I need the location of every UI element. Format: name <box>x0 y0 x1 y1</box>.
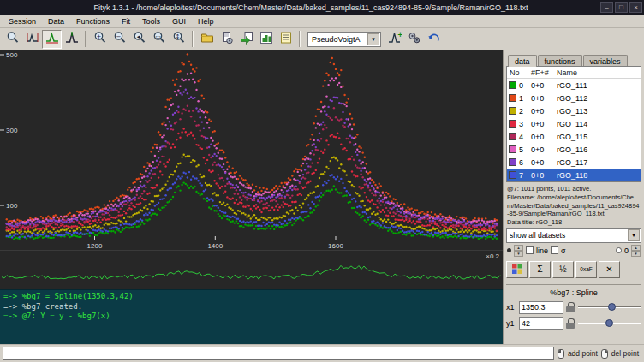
table-row[interactable]: 10+0rGO_112 <box>507 92 641 104</box>
session-log-button[interactable] <box>276 30 295 49</box>
y1-slider[interactable] <box>577 317 641 329</box>
x1-input[interactable] <box>519 301 564 314</box>
function-type-dropdown[interactable]: PseudoVoigtA▾ <box>307 32 381 47</box>
table-row[interactable]: 00+0rGO_111 <box>507 79 641 92</box>
zoom-out-button[interactable]: − <box>110 30 129 49</box>
zoom-in-icon: + <box>93 31 107 47</box>
dataset-colors-button[interactable] <box>506 261 528 278</box>
dataset-color-swatch[interactable] <box>509 120 516 128</box>
mode-add-peak-button[interactable] <box>62 30 81 49</box>
dataset-table: No#F+#Name 00+0rGO_11110+0rGO_11220+0rGO… <box>506 66 641 182</box>
normalize-button[interactable]: ½ <box>552 261 574 278</box>
svg-text:+: + <box>397 31 402 39</box>
dataset-color-swatch[interactable] <box>509 158 516 166</box>
gears-icon <box>408 31 421 47</box>
mode-data-range-button[interactable] <box>22 30 42 49</box>
sigma-checkbox[interactable] <box>551 246 558 254</box>
aux-plot[interactable]: ×0.2 <box>0 250 503 289</box>
draw-style-row: ▴▾ line σ 0 ▴▾ <box>506 243 641 258</box>
title-bar[interactable]: Fityk 1.3.1 - /home/aleplo/test/Document… <box>0 0 644 15</box>
svg-text:−: − <box>116 33 121 40</box>
console-line: =-> %bg7 created. <box>3 302 499 312</box>
minimize-button[interactable]: – <box>600 2 613 13</box>
dataset-number: 2 <box>519 107 531 116</box>
maximize-button[interactable]: □ <box>615 2 628 13</box>
chevron-down-icon[interactable]: ▾ <box>628 229 640 241</box>
x1-slider[interactable] <box>577 301 641 313</box>
window-title: Fityk 1.3.1 - /home/aleplo/test/Document… <box>26 3 596 12</box>
mode-zoom-button[interactable] <box>3 30 22 49</box>
dataset-number: 7 <box>519 171 531 180</box>
undo-fit-button[interactable] <box>424 30 444 49</box>
column-header: Name <box>557 68 641 77</box>
mode-baseline-button[interactable] <box>42 30 62 49</box>
dataset-number: 0 <box>519 81 531 90</box>
add-function-button[interactable]: + <box>385 30 404 49</box>
menu-help[interactable]: Help <box>192 16 220 27</box>
table-row[interactable]: 30+0rGO_114 <box>507 117 641 130</box>
menu-gui[interactable]: GUI <box>166 16 192 27</box>
lock-icon[interactable] <box>566 318 575 329</box>
output-console[interactable]: =-> %bg7 = Spline(1350.3,42)=-> %bg7 cre… <box>0 289 503 344</box>
zoom-all-button[interactable]: ▭ <box>149 30 169 49</box>
dataset-number: 6 <box>519 158 531 167</box>
svg-text:▭: ▭ <box>155 33 161 40</box>
dataset-color-swatch[interactable] <box>509 145 516 153</box>
menu-session[interactable]: Session <box>3 16 42 27</box>
dataset-func-count: 0+0 <box>531 107 557 116</box>
fityk-window: Fityk 1.3.1 - /home/aleplo/test/Document… <box>0 0 644 362</box>
dataset-name: rGO_117 <box>557 158 641 167</box>
grid4-icon <box>510 262 524 277</box>
dataset-color-swatch[interactable] <box>509 107 516 115</box>
command-input[interactable] <box>3 347 554 360</box>
magnifier-icon <box>6 31 20 47</box>
chevron-down-icon[interactable]: ▾ <box>367 33 379 45</box>
slider-thumb[interactable] <box>608 303 616 311</box>
previous-zoom-button[interactable]: ◂ <box>129 30 149 49</box>
export-data-button[interactable] <box>236 30 256 49</box>
svg-text:1600: 1600 <box>328 242 343 250</box>
menu-data[interactable]: Data <box>42 16 70 27</box>
dataset-filter-dropdown[interactable]: show all datasets ▾ <box>506 228 641 243</box>
lock-icon[interactable] <box>566 302 575 312</box>
plot-config-button[interactable] <box>256 30 276 49</box>
dataset-color-swatch[interactable] <box>509 94 516 102</box>
dataset-name: rGO_115 <box>557 133 641 141</box>
execute-script-button[interactable] <box>217 30 236 49</box>
dataset-color-swatch[interactable] <box>509 81 516 89</box>
open-data-button[interactable] <box>197 30 217 49</box>
table-row[interactable]: 20+0rGO_113 <box>507 104 641 117</box>
menu-fit[interactable]: Fit <box>116 16 136 27</box>
sidebar-tabs: datafunctionsvariables <box>506 52 641 67</box>
column-header: #F+# <box>531 68 557 77</box>
tab-data[interactable]: data <box>508 55 537 67</box>
y1-input[interactable] <box>519 317 564 330</box>
log-icon <box>279 31 293 47</box>
dataset-color-swatch[interactable] <box>509 133 516 140</box>
show-sum-button[interactable]: Σ <box>529 261 551 278</box>
undo-icon <box>427 31 441 47</box>
main-plot[interactable]: 120014001600500300100 <box>0 50 503 250</box>
shift-spinner[interactable]: ▴▾ <box>631 245 641 257</box>
line-checkbox[interactable] <box>526 246 534 254</box>
point-size-spinner[interactable]: ▴▾ <box>514 245 523 257</box>
point-icon <box>507 248 511 252</box>
zoom-out-icon: − <box>113 31 127 47</box>
sigma-checkbox-label: σ <box>561 246 566 255</box>
slider-thumb[interactable] <box>605 319 613 327</box>
table-row[interactable]: 60+0rGO_117 <box>507 156 641 169</box>
zoom-in-button[interactable]: + <box>90 30 110 49</box>
table-row[interactable]: 70+0rGO_118 <box>507 169 641 181</box>
tab-variables[interactable]: variables <box>583 55 628 67</box>
table-row[interactable]: 40+0rGO_115 <box>507 130 641 143</box>
zoom-vertical-button[interactable]: ↕ <box>169 30 188 49</box>
menu-tools[interactable]: Tools <box>136 16 166 27</box>
table-row[interactable]: 50+0rGO_116 <box>507 143 641 156</box>
delete-dataset-button[interactable]: ✕ <box>599 261 620 278</box>
hex-view-button[interactable]: 0xaF <box>575 261 597 278</box>
dataset-color-swatch[interactable] <box>509 171 516 179</box>
close-button[interactable]: × <box>629 2 642 13</box>
menu-functions[interactable]: Functions <box>70 16 116 27</box>
tab-functions[interactable]: functions <box>538 55 582 67</box>
run-fit-button[interactable] <box>404 30 424 49</box>
